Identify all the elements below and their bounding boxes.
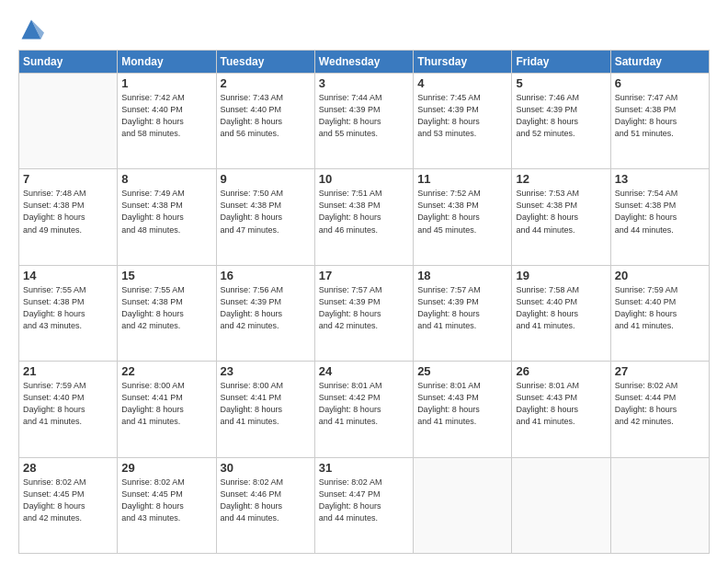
day-info: Sunrise: 8:00 AMSunset: 4:41 PMDaylight:…: [221, 380, 311, 428]
day-number: 24: [319, 364, 409, 378]
calendar-cell: 26Sunrise: 8:01 AMSunset: 4:43 PMDayligh…: [512, 362, 610, 457]
day-number: 10: [319, 172, 409, 186]
day-number: 18: [417, 269, 507, 282]
day-number: 8: [121, 172, 211, 186]
calendar-cell: 1Sunrise: 7:42 AMSunset: 4:40 PMDaylight…: [118, 74, 216, 169]
calendar-cell: 15Sunrise: 7:55 AMSunset: 4:38 PMDayligh…: [118, 265, 216, 361]
day-info: Sunrise: 7:51 AMSunset: 4:38 PMDaylight:…: [319, 188, 409, 236]
day-info: Sunrise: 7:59 AMSunset: 4:40 PMDaylight:…: [615, 284, 705, 332]
weekday-saturday: Saturday: [610, 51, 709, 74]
day-info: Sunrise: 8:02 AMSunset: 4:46 PMDaylight:…: [221, 477, 311, 524]
day-number: 15: [121, 269, 211, 282]
day-info: Sunrise: 7:44 AMSunset: 4:39 PMDaylight:…: [319, 92, 409, 140]
day-info: Sunrise: 8:02 AMSunset: 4:45 PMDaylight:…: [121, 477, 211, 524]
day-number: 21: [23, 364, 113, 378]
day-number: 17: [319, 269, 409, 282]
weekday-wednesday: Wednesday: [314, 51, 413, 74]
calendar-cell: 28Sunrise: 8:02 AMSunset: 4:45 PMDayligh…: [19, 457, 118, 553]
day-info: Sunrise: 7:57 AMSunset: 4:39 PMDaylight:…: [417, 284, 507, 332]
weekday-header: SundayMondayTuesdayWednesdayThursdayFrid…: [19, 51, 710, 74]
day-info: Sunrise: 7:52 AMSunset: 4:38 PMDaylight:…: [417, 188, 507, 236]
day-info: Sunrise: 7:49 AMSunset: 4:38 PMDaylight:…: [121, 188, 211, 236]
day-number: 31: [319, 461, 409, 475]
day-info: Sunrise: 8:00 AMSunset: 4:41 PMDaylight:…: [121, 380, 211, 428]
day-info: Sunrise: 7:55 AMSunset: 4:38 PMDaylight:…: [23, 284, 113, 332]
calendar-cell: 29Sunrise: 8:02 AMSunset: 4:45 PMDayligh…: [118, 457, 216, 553]
weekday-sunday: Sunday: [19, 51, 118, 74]
calendar-cell: 8Sunrise: 7:49 AMSunset: 4:38 PMDaylight…: [118, 169, 216, 265]
calendar-cell: [610, 457, 709, 553]
calendar-cell: 11Sunrise: 7:52 AMSunset: 4:38 PMDayligh…: [414, 169, 512, 265]
calendar-table: SundayMondayTuesdayWednesdayThursdayFrid…: [18, 50, 710, 554]
day-number: 9: [221, 172, 311, 186]
day-info: Sunrise: 7:57 AMSunset: 4:39 PMDaylight:…: [319, 284, 409, 332]
day-info: Sunrise: 7:56 AMSunset: 4:39 PMDaylight:…: [221, 284, 311, 332]
weekday-friday: Friday: [512, 51, 610, 74]
day-number: 28: [23, 461, 113, 475]
header: [18, 17, 710, 42]
calendar-cell: 10Sunrise: 7:51 AMSunset: 4:38 PMDayligh…: [314, 169, 413, 265]
calendar-cell: 6Sunrise: 7:47 AMSunset: 4:38 PMDaylight…: [610, 74, 709, 169]
calendar-cell: 21Sunrise: 7:59 AMSunset: 4:40 PMDayligh…: [19, 362, 118, 457]
weekday-tuesday: Tuesday: [216, 51, 314, 74]
day-number: 25: [417, 364, 507, 378]
calendar-cell: 13Sunrise: 7:54 AMSunset: 4:38 PMDayligh…: [610, 169, 709, 265]
day-number: 22: [121, 364, 211, 378]
logo: [18, 17, 48, 42]
calendar-cell: 14Sunrise: 7:55 AMSunset: 4:38 PMDayligh…: [19, 265, 118, 361]
calendar-cell: 2Sunrise: 7:43 AMSunset: 4:40 PMDaylight…: [216, 74, 314, 169]
day-number: 30: [221, 461, 311, 475]
calendar-cell: [512, 457, 610, 553]
day-number: 12: [516, 172, 606, 186]
day-info: Sunrise: 7:42 AMSunset: 4:40 PMDaylight:…: [121, 92, 211, 140]
day-number: 7: [23, 172, 113, 186]
day-number: 27: [615, 364, 705, 378]
calendar-row-0: 1Sunrise: 7:42 AMSunset: 4:40 PMDaylight…: [19, 74, 710, 169]
day-info: Sunrise: 7:47 AMSunset: 4:38 PMDaylight:…: [615, 92, 705, 140]
calendar-cell: 24Sunrise: 8:01 AMSunset: 4:42 PMDayligh…: [314, 362, 413, 457]
calendar-cell: 22Sunrise: 8:00 AMSunset: 4:41 PMDayligh…: [118, 362, 216, 457]
day-number: 19: [516, 269, 606, 282]
day-info: Sunrise: 7:43 AMSunset: 4:40 PMDaylight:…: [221, 92, 311, 140]
day-number: 2: [221, 76, 311, 90]
calendar-cell: 12Sunrise: 7:53 AMSunset: 4:38 PMDayligh…: [512, 169, 610, 265]
day-info: Sunrise: 7:46 AMSunset: 4:39 PMDaylight:…: [516, 92, 606, 140]
weekday-monday: Monday: [118, 51, 216, 74]
day-info: Sunrise: 7:55 AMSunset: 4:38 PMDaylight:…: [121, 284, 211, 332]
day-info: Sunrise: 8:01 AMSunset: 4:43 PMDaylight:…: [516, 380, 606, 428]
calendar-cell: 4Sunrise: 7:45 AMSunset: 4:39 PMDaylight…: [414, 74, 512, 169]
day-number: 6: [615, 76, 705, 90]
day-number: 23: [221, 364, 311, 378]
day-info: Sunrise: 8:01 AMSunset: 4:43 PMDaylight:…: [417, 380, 507, 428]
calendar-row-4: 28Sunrise: 8:02 AMSunset: 4:45 PMDayligh…: [19, 457, 710, 553]
calendar-cell: 17Sunrise: 7:57 AMSunset: 4:39 PMDayligh…: [314, 265, 413, 361]
logo-icon: [18, 17, 44, 42]
calendar-cell: [414, 457, 512, 553]
calendar-cell: 3Sunrise: 7:44 AMSunset: 4:39 PMDaylight…: [314, 74, 413, 169]
day-info: Sunrise: 7:50 AMSunset: 4:38 PMDaylight:…: [221, 188, 311, 236]
day-number: 3: [319, 76, 409, 90]
day-number: 16: [221, 269, 311, 282]
day-info: Sunrise: 7:54 AMSunset: 4:38 PMDaylight:…: [615, 188, 705, 236]
day-number: 13: [615, 172, 705, 186]
day-info: Sunrise: 8:01 AMSunset: 4:42 PMDaylight:…: [319, 380, 409, 428]
calendar-cell: 19Sunrise: 7:58 AMSunset: 4:40 PMDayligh…: [512, 265, 610, 361]
day-info: Sunrise: 7:48 AMSunset: 4:38 PMDaylight:…: [23, 188, 113, 236]
calendar-cell: 31Sunrise: 8:02 AMSunset: 4:47 PMDayligh…: [314, 457, 413, 553]
day-number: 29: [121, 461, 211, 475]
day-info: Sunrise: 7:53 AMSunset: 4:38 PMDaylight:…: [516, 188, 606, 236]
weekday-thursday: Thursday: [414, 51, 512, 74]
calendar-row-2: 14Sunrise: 7:55 AMSunset: 4:38 PMDayligh…: [19, 265, 710, 361]
day-info: Sunrise: 8:02 AMSunset: 4:47 PMDaylight:…: [319, 477, 409, 524]
page: SundayMondayTuesdayWednesdayThursdayFrid…: [0, 0, 728, 563]
calendar-cell: 25Sunrise: 8:01 AMSunset: 4:43 PMDayligh…: [414, 362, 512, 457]
day-info: Sunrise: 7:58 AMSunset: 4:40 PMDaylight:…: [516, 284, 606, 332]
day-info: Sunrise: 8:02 AMSunset: 4:44 PMDaylight:…: [615, 380, 705, 428]
calendar-cell: 18Sunrise: 7:57 AMSunset: 4:39 PMDayligh…: [414, 265, 512, 361]
day-number: 20: [615, 269, 705, 282]
day-number: 14: [23, 269, 113, 282]
calendar-row-3: 21Sunrise: 7:59 AMSunset: 4:40 PMDayligh…: [19, 362, 710, 457]
calendar-cell: 9Sunrise: 7:50 AMSunset: 4:38 PMDaylight…: [216, 169, 314, 265]
day-number: 11: [417, 172, 507, 186]
day-number: 1: [121, 76, 211, 90]
